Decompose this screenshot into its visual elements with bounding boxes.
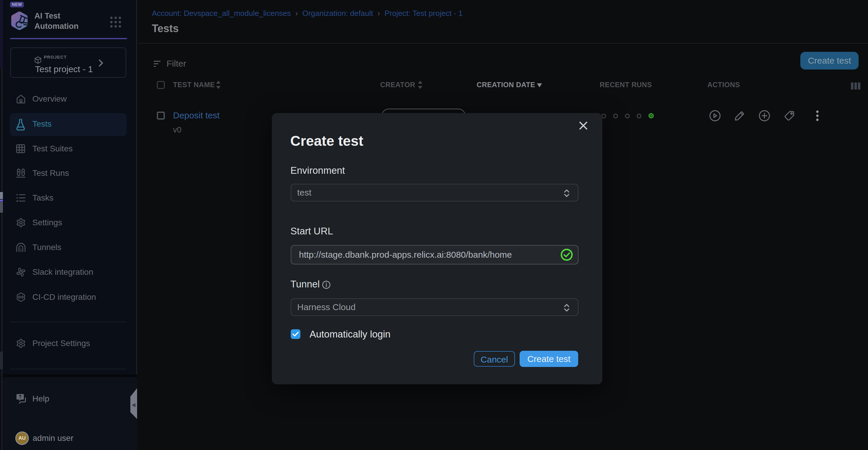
svg-text:?: ? [19,394,22,399]
